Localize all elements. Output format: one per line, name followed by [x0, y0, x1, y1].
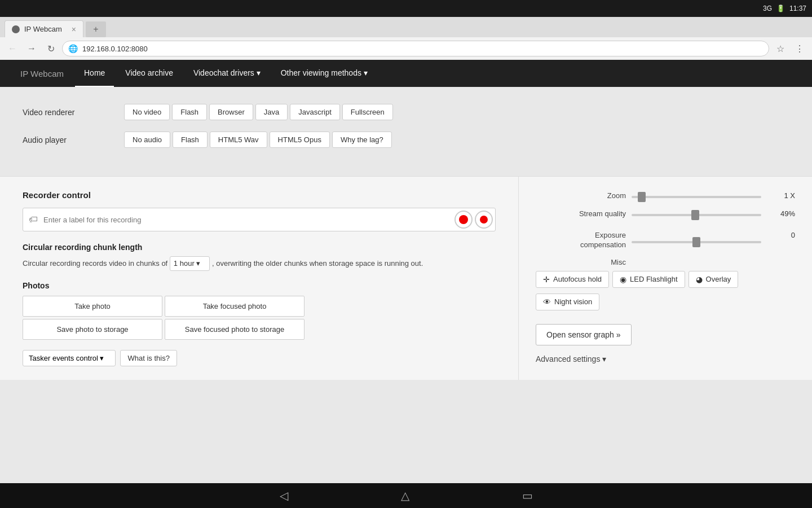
- record-button-1[interactable]: [454, 211, 473, 229]
- video-renderer-buttons: No video Flash Browser Java Javascript F…: [124, 104, 393, 120]
- recorder-input-row: 🏷: [23, 208, 496, 231]
- address-bar: ← → ↻ 🌐 192.168.0.102:8080 ☆ ⋮: [0, 37, 812, 60]
- url-bar[interactable]: 🌐 192.168.0.102:8080: [62, 41, 769, 56]
- autofocus-hold-button[interactable]: ✛ Autofocus hold: [536, 271, 609, 288]
- exposure-slider-row: Exposurecompensation 0: [536, 226, 795, 250]
- audio-player-label: Audio player: [23, 135, 124, 144]
- circular-recording-text: Circular recording records video in chun…: [23, 256, 496, 271]
- misc-row: Misc ✛ Autofocus hold ◉ LED Flashlight ◕…: [536, 258, 795, 310]
- exposure-value: 0: [767, 231, 795, 239]
- audio-btn-no-audio[interactable]: No audio: [124, 132, 170, 148]
- save-photo-to-storage-button[interactable]: Save photo to storage: [23, 319, 162, 340]
- circular-text-after: , overwriting the older chunks when stor…: [212, 259, 423, 268]
- browser-tab[interactable]: IP Webcam ×: [5, 20, 83, 37]
- misc-label: Misc: [536, 258, 626, 266]
- night-vision-icon: 👁: [543, 297, 551, 306]
- tasker-label: Tasker events control: [29, 354, 98, 362]
- forward-button[interactable]: →: [24, 41, 39, 56]
- nav-item-video-archive[interactable]: Video archive: [116, 60, 182, 87]
- led-flashlight-icon: ◉: [620, 275, 626, 284]
- zoom-slider-row: Zoom 1 X: [536, 190, 795, 200]
- left-column: Recorder control 🏷 Circular recording ch…: [0, 177, 519, 380]
- tag-icon: 🏷: [25, 214, 41, 225]
- bottom-section: Recorder control 🏷 Circular recording ch…: [0, 176, 812, 380]
- zoom-value: 1 X: [767, 191, 795, 200]
- zoom-label: Zoom: [536, 191, 626, 200]
- recording-label-input[interactable]: [43, 216, 452, 224]
- tasker-row: Tasker events control ▾ What is this?: [23, 350, 496, 366]
- recorder-control-title: Recorder control: [23, 190, 496, 200]
- nav-brand: IP Webcam: [11, 60, 73, 87]
- status-bar: 3G 🔋 11:37: [0, 0, 812, 17]
- tasker-dropdown[interactable]: Tasker events control ▾: [23, 350, 116, 366]
- nav-item-videochat-drivers[interactable]: Videochat drivers ▾: [184, 60, 270, 87]
- night-vision-label: Night vision: [554, 297, 592, 306]
- advanced-settings-button[interactable]: Advanced settings ▾: [536, 354, 795, 364]
- signal-indicator: 3G: [763, 5, 772, 12]
- chunk-size-select[interactable]: 1 hour ▾: [170, 256, 210, 271]
- take-focused-photo-button[interactable]: Take focused photo: [165, 296, 304, 317]
- audio-btn-why-lag[interactable]: Why the lag?: [332, 132, 392, 148]
- menu-button[interactable]: ⋮: [792, 41, 807, 56]
- time-display: 11:37: [789, 5, 806, 12]
- tab-favicon: [12, 25, 20, 33]
- tab-title: IP Webcam: [24, 25, 62, 33]
- back-button[interactable]: ←: [5, 41, 20, 56]
- video-btn-no-video[interactable]: No video: [124, 104, 170, 120]
- nav-item-other-viewing-label: Other viewing methods ▾: [281, 68, 368, 77]
- right-column: Zoom 1 X Stream quality 49% Exposurecomp…: [519, 177, 812, 380]
- stream-quality-value: 49%: [767, 209, 795, 218]
- take-photo-button[interactable]: Take photo: [23, 296, 162, 317]
- tab-bar: IP Webcam × +: [0, 17, 812, 37]
- page-content: Video renderer No video Flash Browser Ja…: [0, 87, 812, 483]
- nav-item-home[interactable]: Home: [75, 60, 114, 87]
- autofocus-hold-icon: ✛: [543, 275, 550, 284]
- overlay-button[interactable]: ◕ Overlay: [689, 271, 739, 288]
- android-nav-bar: ◁ △ ▭: [0, 483, 812, 508]
- what-is-this-button[interactable]: What is this?: [120, 350, 176, 366]
- night-vision-button[interactable]: 👁 Night vision: [536, 294, 599, 310]
- overlay-label: Overlay: [706, 275, 731, 283]
- save-focused-photo-to-storage-button[interactable]: Save focused photo to storage: [165, 319, 304, 340]
- audio-btn-html5-wav[interactable]: HTML5 Wav: [210, 132, 267, 148]
- overlay-icon: ◕: [696, 275, 703, 284]
- stream-quality-slider[interactable]: [632, 214, 761, 216]
- video-btn-javascript[interactable]: Javascript: [290, 104, 340, 120]
- renderer-section: Video renderer No video Flash Browser Ja…: [0, 87, 812, 176]
- exposure-slider[interactable]: [632, 241, 761, 243]
- tab-close-button[interactable]: ×: [72, 25, 76, 34]
- led-flashlight-button[interactable]: ◉ LED Flashlight: [612, 271, 685, 288]
- zoom-slider[interactable]: [632, 196, 761, 198]
- advanced-settings-label: Advanced settings ▾: [536, 354, 606, 364]
- video-btn-flash[interactable]: Flash: [172, 104, 207, 120]
- tasker-dropdown-arrow: ▾: [100, 354, 104, 362]
- misc-buttons: ✛ Autofocus hold ◉ LED Flashlight ◕ Over…: [536, 271, 795, 310]
- video-btn-fullscreen[interactable]: Fullscreen: [342, 104, 393, 120]
- nav-item-home-label: Home: [84, 68, 105, 77]
- record-dot-2: [480, 216, 488, 224]
- photos-title: Photos: [23, 281, 496, 290]
- nav-bar: IP Webcam Home Video archive Videochat d…: [0, 60, 812, 87]
- audio-player-row: Audio player No audio Flash HTML5 Wav HT…: [23, 132, 789, 148]
- circular-recording-title: Circular recording chunk length: [23, 243, 496, 252]
- android-back-button[interactable]: ◁: [280, 489, 288, 502]
- nav-item-videochat-drivers-label: Videochat drivers ▾: [193, 68, 261, 77]
- android-home-button[interactable]: △: [401, 489, 409, 502]
- video-btn-java[interactable]: Java: [255, 104, 288, 120]
- android-recents-button[interactable]: ▭: [522, 489, 533, 502]
- audio-btn-html5-opus[interactable]: HTML5 Opus: [270, 132, 330, 148]
- video-renderer-row: Video renderer No video Flash Browser Ja…: [23, 104, 789, 120]
- new-tab-button[interactable]: +: [86, 21, 106, 37]
- exposure-label: Exposurecompensation: [536, 231, 626, 250]
- bookmark-button[interactable]: ☆: [773, 41, 788, 56]
- reload-button[interactable]: ↻: [43, 41, 59, 56]
- video-btn-browser[interactable]: Browser: [209, 104, 253, 120]
- circular-text-before: Circular recording records video in chun…: [23, 259, 167, 268]
- url-text: 192.168.0.102:8080: [82, 45, 148, 53]
- stream-quality-label: Stream quality: [536, 209, 626, 218]
- audio-btn-flash[interactable]: Flash: [173, 132, 208, 148]
- record-button-2[interactable]: [475, 211, 493, 229]
- photos-grid: Take photo Take focused photo Save photo…: [23, 296, 304, 340]
- open-sensor-graph-button[interactable]: Open sensor graph »: [536, 324, 632, 345]
- nav-item-other-viewing[interactable]: Other viewing methods ▾: [272, 60, 377, 87]
